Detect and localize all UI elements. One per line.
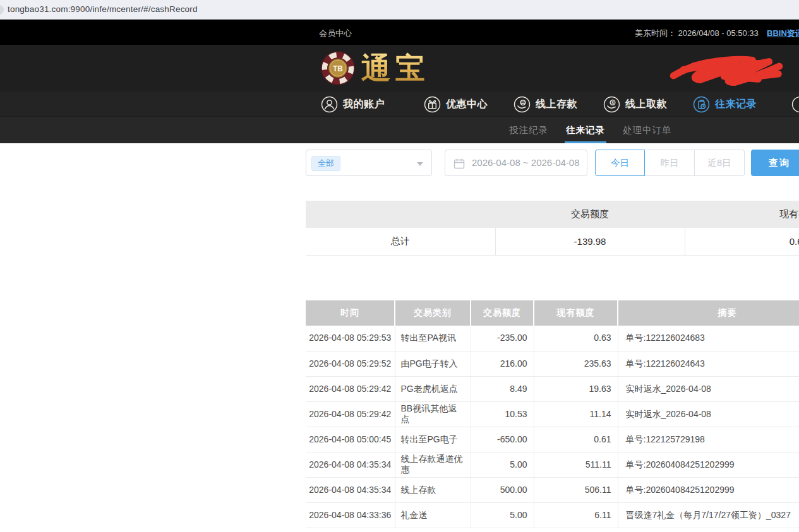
table-row: 2026-04-08 05:29:52由PG电子转入216.00235.63单号… bbox=[306, 351, 799, 376]
page: tongbao31.com:9900/infe/mcenter/#/cashRe… bbox=[0, 0, 799, 532]
eastern-time-label: 美东时间： 2026/04/08 - 05:50:33 bbox=[635, 28, 759, 39]
table-row: 2026-04-08 04:33:36礼金送5.006.11晋级逢7礼金（每月7… bbox=[306, 502, 799, 528]
chevron-down-icon bbox=[417, 162, 423, 166]
col-header-note: 摘要 bbox=[618, 300, 799, 326]
records-header-row: 时间 交易类别 交易额度 现有额度 摘要 bbox=[306, 300, 799, 326]
records-table-body: 2026-04-08 05:29:53转出至PA视讯-235.000.63单号:… bbox=[306, 326, 799, 528]
deposit-icon bbox=[514, 96, 531, 113]
header-bar: TB 通宝 bbox=[0, 45, 799, 92]
search-button[interactable]: 查询 bbox=[751, 150, 799, 176]
date-range-input[interactable]: 2026-04-08 ~ 2026-04-08 bbox=[445, 150, 587, 176]
subnav-pending-orders[interactable]: 处理中订单 bbox=[623, 117, 672, 143]
cell-note: 实时返水_2026-04-08 bbox=[618, 376, 799, 401]
today-button[interactable]: 今日 bbox=[595, 150, 645, 176]
summary-trade-amount-value: -139.98 bbox=[495, 228, 685, 255]
cell-trade-amount: 5.00 bbox=[471, 452, 534, 477]
favicon-icon bbox=[0, 5, 4, 15]
cell-balance: 506.11 bbox=[534, 477, 618, 502]
table-row: 2026-04-08 04:35:34线上存款通道优惠5.00511.11单号:… bbox=[306, 452, 799, 477]
nav-item-next-partial[interactable] bbox=[791, 92, 799, 117]
cell-balance: 0.63 bbox=[534, 326, 618, 351]
cell-time: 2026-04-08 05:29:53 bbox=[306, 326, 395, 351]
member-center-link[interactable]: 会员中心 bbox=[319, 28, 352, 39]
top-bar: 会员中心 美东时间： 2026/04/08 - 05:50:33 BBIN资讯 bbox=[0, 20, 799, 45]
cell-note: 单号:202604084251202999 bbox=[618, 477, 799, 502]
nav-item-transaction-records[interactable]: 往来记录 bbox=[693, 92, 757, 117]
cell-trade-amount: 216.00 bbox=[471, 351, 534, 376]
nav-item-promo-center[interactable]: 优惠中心 bbox=[424, 92, 488, 117]
type-select-tag[interactable]: 全部 bbox=[311, 156, 340, 171]
cell-trade-amount: 500.00 bbox=[471, 477, 534, 502]
nav-label: 线上存款 bbox=[536, 98, 577, 111]
tb-chip-logo-icon[interactable]: TB bbox=[321, 51, 355, 85]
summary-header-row: 交易额度 现有额度 bbox=[306, 201, 799, 228]
records-icon bbox=[693, 96, 710, 113]
red-scribble-redaction bbox=[663, 49, 790, 93]
cell-trade-amount: 10.53 bbox=[471, 401, 534, 427]
cell-note: 单号:202604084251202999 bbox=[618, 452, 799, 477]
cell-trade-amount: 8.49 bbox=[471, 376, 534, 401]
cell-type: PG老虎机返点 bbox=[395, 376, 471, 401]
partial-nav-icon bbox=[791, 96, 799, 113]
cell-balance: 6.11 bbox=[534, 502, 618, 528]
cell-note: 单号:122126024643 bbox=[618, 351, 799, 376]
bbin-news-link[interactable]: BBIN资讯 bbox=[767, 28, 799, 39]
col-header-time: 时间 bbox=[306, 300, 395, 326]
nav-label: 我的账户 bbox=[343, 98, 385, 111]
tb-badge-text: TB bbox=[333, 64, 343, 73]
user-icon bbox=[321, 96, 338, 113]
withdraw-icon: $ bbox=[603, 96, 620, 113]
nav-item-online-deposit[interactable]: 线上存款 bbox=[514, 92, 577, 117]
cell-type: 线上存款 bbox=[395, 477, 471, 502]
svg-text:$: $ bbox=[611, 100, 614, 105]
col-header-trade-amount: 交易额度 bbox=[471, 300, 534, 326]
cell-type: 线上存款通道优惠 bbox=[395, 452, 471, 477]
last-8-days-button[interactable]: 近8日 bbox=[695, 150, 745, 176]
cell-time: 2026-04-08 05:29:42 bbox=[306, 376, 395, 401]
nav-item-online-withdraw[interactable]: $ 线上取款 bbox=[603, 92, 667, 117]
summary-header-trade-amount: 交易额度 bbox=[495, 201, 685, 228]
date-range-value: 2026-04-08 ~ 2026-04-08 bbox=[472, 157, 580, 168]
table-row: 2026-04-08 05:29:42PG老虎机返点8.4919.63实时返水_… bbox=[306, 376, 799, 401]
cell-note: 实时返水_2026-04-08 bbox=[618, 401, 799, 427]
browser-url-bar[interactable]: tongbao31.com:9900/infe/mcenter/#/cashRe… bbox=[0, 0, 799, 20]
summary-header-empty bbox=[306, 201, 495, 228]
summary-total-label: 总计 bbox=[306, 228, 495, 255]
nav-label: 优惠中心 bbox=[446, 98, 488, 111]
summary-total-row: 总计 -139.98 0.63 bbox=[306, 228, 799, 255]
cell-trade-amount: -235.00 bbox=[471, 326, 534, 351]
cell-time: 2026-04-08 04:35:34 bbox=[306, 477, 395, 502]
cell-time: 2026-04-08 04:35:34 bbox=[306, 452, 395, 477]
cell-balance: 511.11 bbox=[534, 452, 618, 477]
records-table: 时间 交易类别 交易额度 现有额度 摘要 2026-04-08 05:29:53… bbox=[306, 300, 799, 528]
subnav-bet-records[interactable]: 投注纪录 bbox=[509, 117, 548, 143]
cell-trade-amount: 5.00 bbox=[471, 502, 534, 528]
cell-balance: 0.61 bbox=[534, 427, 618, 452]
summary-header-balance: 现有额度 bbox=[685, 201, 799, 228]
yesterday-button[interactable]: 昨日 bbox=[645, 150, 695, 176]
cell-type: 转出至PG电子 bbox=[395, 427, 471, 452]
cell-type: 由PG电子转入 bbox=[395, 351, 471, 376]
cell-balance: 19.63 bbox=[534, 376, 618, 401]
calendar-icon bbox=[453, 157, 466, 170]
table-row: 2026-04-08 04:35:34线上存款500.00506.11单号:20… bbox=[306, 477, 799, 502]
cell-note: 晋级逢7礼金（每月7/17/27领工资）_0327 bbox=[618, 502, 799, 528]
cell-type: 礼金送 bbox=[395, 502, 471, 528]
table-row: 2026-04-08 05:29:42BB视讯其他返点10.5311.14实时返… bbox=[306, 401, 799, 427]
url-text[interactable]: tongbao31.com:9900/infe/mcenter/#/cashRe… bbox=[8, 4, 198, 14]
cell-time: 2026-04-08 05:00:45 bbox=[306, 427, 395, 452]
sub-nav: 投注纪录 往来记录 处理中订单 bbox=[0, 117, 799, 143]
brand-name[interactable]: 通宝 bbox=[361, 49, 430, 88]
cell-time: 2026-04-08 05:29:52 bbox=[306, 351, 395, 376]
cell-balance: 11.14 bbox=[534, 401, 618, 427]
cell-type: 转出至PA视讯 bbox=[395, 326, 471, 351]
subnav-transaction-records[interactable]: 往来记录 bbox=[566, 117, 605, 143]
cell-note: 单号:122126024683 bbox=[618, 326, 799, 351]
type-select[interactable]: 全部 bbox=[306, 150, 432, 176]
table-row: 2026-04-08 05:29:53转出至PA视讯-235.000.63单号:… bbox=[306, 326, 799, 351]
cell-balance: 235.63 bbox=[534, 351, 618, 376]
nav-item-my-account[interactable]: 我的账户 bbox=[321, 92, 385, 117]
col-header-balance: 现有额度 bbox=[534, 300, 618, 326]
summary-balance-value: 0.63 bbox=[685, 228, 799, 255]
cell-note: 单号:122125729198 bbox=[618, 427, 799, 452]
